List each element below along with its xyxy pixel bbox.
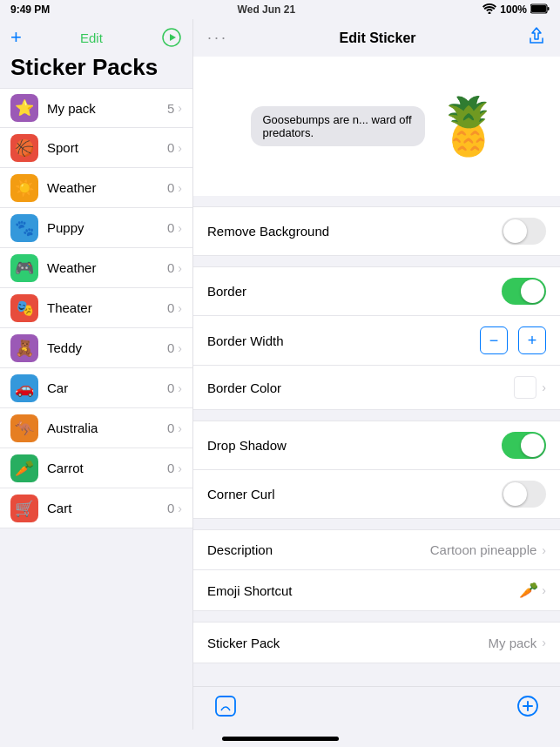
dots-icon: ···	[207, 29, 228, 47]
wifi-icon	[482, 3, 496, 17]
corner-curl-toggle[interactable]	[502, 481, 546, 508]
border-toggle-knob	[521, 279, 544, 303]
sticker-item-chevron-cart: ›	[178, 501, 182, 515]
sticker-list: ⭐My pack5›🏀Sport0›☀️Weather0›🐾Puppy0›🎮We…	[0, 88, 192, 730]
sticker-toolbar-icon[interactable]	[214, 695, 237, 723]
svg-rect-6	[216, 697, 235, 716]
shadow-section: Drop Shadow Corner Curl	[193, 421, 560, 519]
share-icon[interactable]	[527, 26, 546, 50]
border-width-minus-button[interactable]: −	[480, 326, 508, 354]
sticker-item-chevron-weather1: ›	[178, 181, 182, 195]
description-chevron: ›	[542, 543, 546, 557]
play-icon	[161, 27, 182, 48]
corner-curl-label: Corner Curl	[207, 487, 502, 501]
left-panel: + Edit Sticker Packs ⭐My pack5›🏀Sport0›☀…	[0, 19, 193, 730]
bottom-toolbar	[193, 686, 560, 730]
sticker-item-name-puppy: Puppy	[47, 220, 167, 235]
description-section: Description Cartoon pineapple › Emoji Sh…	[193, 529, 560, 611]
emoji-shortcut-row[interactable]: Emoji Shortcut 🥕 ›	[193, 570, 560, 610]
svg-marker-5	[170, 34, 176, 41]
border-toggle[interactable]	[502, 278, 546, 305]
sticker-item-count-weather2: 0	[167, 260, 174, 275]
sticker-pack-row[interactable]: Sticker Pack My pack ›	[193, 622, 560, 663]
sticker-item-cart[interactable]: 🛒Cart0›	[0, 488, 192, 528]
status-time: 9:49 PM	[10, 3, 50, 16]
sticker-preview: Goosebumps are n... ward off predators. …	[193, 57, 560, 196]
sticker-item-icon-car: 🚗	[10, 374, 38, 402]
corner-curl-toggle-knob	[503, 482, 527, 506]
sticker-item-sport[interactable]: 🏀Sport0›	[0, 128, 192, 168]
sticker-item-name-car: Car	[47, 380, 167, 395]
sticker-item-my-pack[interactable]: ⭐My pack5›	[0, 88, 192, 128]
sticker-item-theater[interactable]: 🎭Theater0›	[0, 288, 192, 328]
sticker-item-australia[interactable]: 🦘Australia0›	[0, 408, 192, 448]
sticker-item-icon-cart: 🛒	[10, 495, 38, 522]
border-color-swatch[interactable]	[514, 376, 536, 399]
sticker-item-chevron-car: ›	[178, 381, 182, 395]
border-width-controls: − +	[480, 326, 546, 354]
border-color-label: Border Color	[207, 380, 514, 395]
border-width-row: Border Width − +	[193, 316, 560, 366]
sticker-pack-label: Sticker Pack	[207, 636, 488, 650]
remove-background-row: Remove Background	[193, 207, 560, 255]
remove-background-section: Remove Background	[193, 206, 560, 256]
drop-shadow-row: Drop Shadow	[193, 421, 560, 470]
drop-shadow-toggle-knob	[521, 434, 544, 457]
add-circle-toolbar-icon[interactable]	[516, 695, 539, 723]
speech-bubble: Goosebumps are n... ward off predators.	[251, 106, 425, 146]
sticker-item-icon-my-pack: ⭐	[10, 94, 38, 122]
app-container: + Edit Sticker Packs ⭐My pack5›🏀Sport0›☀…	[0, 19, 560, 730]
status-right: 100%	[482, 3, 550, 17]
sticker-item-chevron-puppy: ›	[178, 221, 182, 235]
sticker-item-icon-weather2: 🎮	[10, 254, 38, 282]
border-row: Border	[193, 267, 560, 316]
description-row[interactable]: Description Cartoon pineapple ›	[193, 530, 560, 570]
sticker-item-count-sport: 0	[167, 140, 174, 155]
right-header: ··· Edit Sticker	[193, 19, 560, 57]
sticker-item-teddy[interactable]: 🧸Teddy0›	[0, 328, 192, 368]
sticker-item-puppy[interactable]: 🐾Puppy0›	[0, 208, 192, 248]
sticker-item-name-cart: Cart	[47, 501, 167, 515]
edit-button[interactable]: Edit	[80, 30, 103, 45]
home-indicator	[0, 730, 560, 747]
sticker-item-name-sport: Sport	[47, 140, 167, 155]
sticker-item-name-australia: Australia	[47, 421, 167, 435]
svg-point-0	[489, 11, 491, 14]
sticker-item-car[interactable]: 🚗Car0›	[0, 368, 192, 408]
svg-rect-2	[531, 5, 546, 12]
corner-curl-row: Corner Curl	[193, 470, 560, 518]
add-pack-button[interactable]: +	[10, 26, 22, 49]
status-date: Wed Jun 21	[238, 3, 295, 16]
sticker-item-weather2[interactable]: 🎮Weather0›	[0, 248, 192, 288]
emoji-shortcut-chevron: ›	[542, 583, 546, 597]
remove-background-label: Remove Background	[207, 224, 502, 239]
sticker-pack-value: My pack	[488, 636, 536, 650]
battery-icon	[530, 3, 550, 17]
pineapple-sticker[interactable]: 🍍	[434, 94, 503, 159]
drop-shadow-toggle[interactable]	[502, 432, 546, 459]
sticker-item-count-theater: 0	[167, 300, 174, 315]
sticker-item-chevron-theater: ›	[178, 301, 182, 315]
sticker-item-icon-sport: 🏀	[10, 134, 38, 162]
sticker-item-chevron-sport: ›	[178, 141, 182, 155]
emoji-shortcut-value: 🥕	[519, 581, 538, 600]
svg-rect-3	[548, 7, 550, 10]
description-value: Cartoon pineapple	[430, 542, 537, 557]
border-section: Border Border Width − + Border Color ›	[193, 266, 560, 410]
sticker-item-chevron-teddy: ›	[178, 341, 182, 355]
sticker-item-count-australia: 0	[167, 421, 174, 435]
sticker-item-chevron-weather2: ›	[178, 261, 182, 275]
sticker-item-chevron-my-pack: ›	[178, 101, 182, 115]
sticker-item-chevron-carrot: ›	[178, 461, 182, 475]
sticker-item-icon-carrot: 🥕	[10, 454, 38, 482]
right-panel-title: Edit Sticker	[339, 30, 415, 46]
drop-shadow-label: Drop Shadow	[207, 438, 502, 453]
border-color-row[interactable]: Border Color ›	[193, 366, 560, 409]
remove-background-toggle[interactable]	[502, 218, 546, 245]
border-width-plus-button[interactable]: +	[518, 326, 546, 354]
left-panel-title: Sticker Packs	[0, 52, 192, 88]
sticker-item-name-carrot: Carrot	[47, 461, 167, 475]
sticker-item-icon-puppy: 🐾	[10, 214, 38, 242]
sticker-item-weather1[interactable]: ☀️Weather0›	[0, 168, 192, 208]
sticker-item-carrot[interactable]: 🥕Carrot0›	[0, 448, 192, 488]
